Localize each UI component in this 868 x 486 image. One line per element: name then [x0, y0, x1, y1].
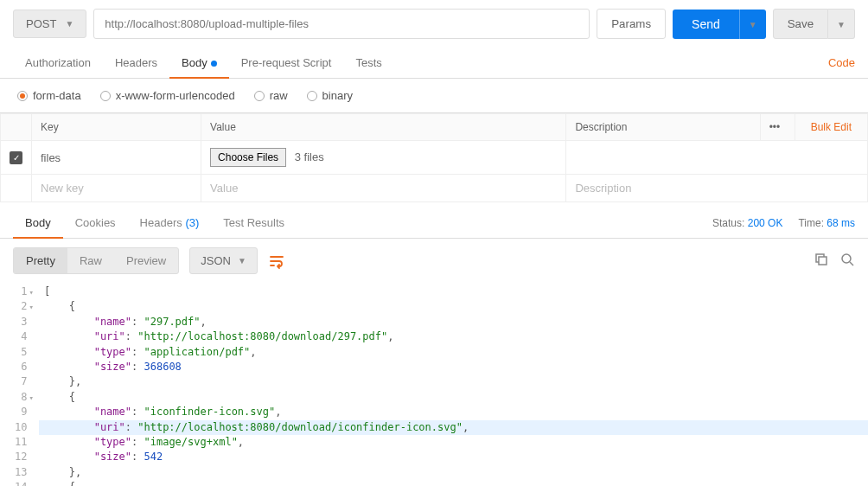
view-raw[interactable]: Raw — [67, 248, 114, 273]
new-desc-input[interactable]: Description — [575, 182, 631, 195]
choose-files-button[interactable]: Choose Files — [210, 148, 286, 167]
view-pretty[interactable]: Pretty — [14, 248, 67, 273]
chevron-down-icon: ▼ — [238, 256, 246, 265]
chevron-down-icon: ▼ — [749, 20, 757, 29]
response-tabs: Body Cookies Headers (3) Test Results St… — [0, 208, 868, 239]
http-method-label: POST — [26, 17, 56, 30]
radio-icon — [307, 91, 317, 101]
resp-tab-body[interactable]: Body — [13, 208, 63, 238]
col-value: Value — [201, 114, 566, 141]
cell-description[interactable] — [566, 141, 868, 175]
bulk-edit-link[interactable]: Bulk Edit — [804, 121, 858, 133]
save-dropdown-button[interactable]: ▼ — [828, 9, 855, 39]
tab-tests[interactable]: Tests — [343, 48, 393, 78]
col-description: Description — [566, 114, 760, 141]
viewer-right — [814, 252, 855, 270]
request-topbar: POST ▼ Params Send ▼ Save ▼ — [0, 0, 868, 48]
status-value: 200 OK — [748, 217, 783, 229]
radio-icon — [254, 91, 265, 101]
headers-count: (3) — [185, 216, 199, 229]
resp-tab-test-results[interactable]: Test Results — [211, 208, 297, 238]
params-button[interactable]: Params — [597, 9, 666, 39]
radio-icon — [17, 91, 28, 101]
request-tabs: Authorization Headers Body Pre-request S… — [0, 48, 868, 79]
viewer-toolbar: Pretty Raw Preview JSON ▼ — [0, 239, 868, 283]
line-gutter: 1▾2▾3 4 5 6 7 8▾9 10 11 12 13 14▾15 16 1… — [13, 283, 39, 486]
tab-body[interactable]: Body — [169, 48, 229, 78]
svg-point-2 — [842, 254, 851, 263]
radio-raw[interactable]: raw — [254, 89, 288, 102]
cell-value: Choose Files 3 files — [201, 141, 566, 175]
resp-tab-headers[interactable]: Headers (3) — [128, 208, 212, 238]
row-checkbox[interactable]: ✓ — [10, 151, 22, 164]
table-row-new: New key Value Description — [1, 175, 868, 202]
body-type-radios: form-data x-www-form-urlencoded raw bina… — [0, 79, 868, 113]
code-link[interactable]: Code — [828, 48, 855, 78]
response-meta: Status: 200 OK Time: 68 ms — [712, 217, 855, 229]
language-dropdown[interactable]: JSON ▼ — [189, 247, 258, 274]
svg-rect-1 — [819, 257, 827, 265]
col-checkbox — [1, 114, 32, 141]
search-icon[interactable] — [839, 252, 855, 270]
time-label: Time: — [798, 217, 824, 229]
radio-label: raw — [270, 89, 288, 102]
resp-tab-cookies[interactable]: Cookies — [63, 208, 128, 238]
view-preview[interactable]: Preview — [114, 248, 178, 273]
new-value-input[interactable]: Value — [210, 182, 238, 195]
tab-authorization[interactable]: Authorization — [13, 48, 103, 78]
form-data-table: Key Value Description ••• Bulk Edit ✓ fi… — [0, 113, 868, 202]
send-group: Send ▼ — [673, 10, 766, 39]
response-body-viewer[interactable]: 1▾2▾3 4 5 6 7 8▾9 10 11 12 13 14▾15 16 1… — [0, 283, 868, 486]
radio-binary[interactable]: binary — [307, 89, 353, 102]
radio-label: x-www-form-urlencoded — [116, 89, 235, 102]
view-mode-group: Pretty Raw Preview — [13, 247, 179, 274]
radio-urlencoded[interactable]: x-www-form-urlencoded — [100, 89, 235, 102]
time-value: 68 ms — [827, 217, 855, 229]
svg-line-3 — [850, 262, 853, 265]
http-method-dropdown[interactable]: POST ▼ — [13, 10, 86, 38]
col-key: Key — [32, 114, 201, 141]
radio-form-data[interactable]: form-data — [17, 89, 81, 102]
wrap-icon — [268, 253, 285, 270]
radio-label: form-data — [33, 89, 81, 102]
copy-icon[interactable] — [814, 252, 829, 270]
tab-body-label: Body — [182, 56, 207, 69]
send-button[interactable]: Send — [673, 10, 739, 39]
file-count-label: 3 files — [295, 150, 324, 163]
save-group: Save ▼ — [773, 9, 855, 39]
url-input[interactable] — [93, 9, 590, 39]
radio-icon — [100, 91, 111, 101]
radio-label: binary — [322, 89, 353, 102]
code-content[interactable]: [ { "name": "297.pdf", "uri": "http://lo… — [39, 283, 868, 486]
send-dropdown-button[interactable]: ▼ — [739, 10, 766, 39]
chevron-down-icon: ▼ — [65, 19, 73, 29]
resp-tab-headers-label: Headers — [140, 216, 182, 229]
language-label: JSON — [201, 254, 231, 267]
status-label: Status: — [712, 217, 744, 229]
wrap-lines-button[interactable] — [268, 253, 285, 270]
chevron-down-icon: ▼ — [837, 20, 846, 29]
tab-headers[interactable]: Headers — [103, 48, 169, 78]
cell-key[interactable]: files — [32, 141, 201, 175]
col-kebab[interactable]: ••• — [760, 114, 795, 141]
save-button[interactable]: Save — [773, 9, 828, 39]
unsaved-dot-icon — [211, 61, 217, 67]
new-key-input[interactable]: New key — [41, 182, 84, 195]
tab-prerequest[interactable]: Pre-request Script — [229, 48, 344, 78]
table-row: ✓ files Choose Files 3 files — [1, 141, 868, 175]
